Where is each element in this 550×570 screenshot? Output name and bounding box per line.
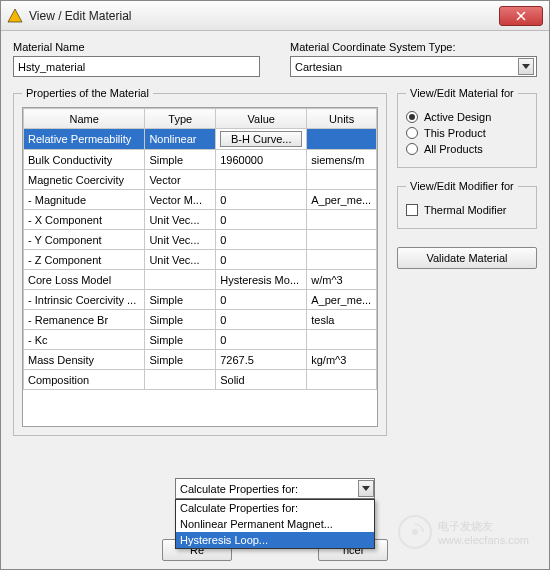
table-row[interactable]: - KcSimple0 (24, 330, 377, 350)
cell-type[interactable]: Simple (145, 330, 216, 350)
close-icon (516, 11, 526, 21)
table-row[interactable]: - Remanence BrSimple0tesla (24, 310, 377, 330)
cell-value[interactable] (216, 170, 307, 190)
cell-value[interactable]: Solid (216, 370, 307, 390)
view-edit-modifier-legend: View/Edit Modifier for (406, 180, 518, 192)
cell-type[interactable]: Simple (145, 350, 216, 370)
radio-label: All Products (424, 143, 483, 155)
cell-name[interactable]: - Magnitude (24, 190, 145, 210)
table-row[interactable]: - Intrinsic Coercivity ...Simple0A_per_m… (24, 290, 377, 310)
table-row[interactable]: - X ComponentUnit Vec...0 (24, 210, 377, 230)
cell-value[interactable]: 0 (216, 210, 307, 230)
table-row[interactable]: Core Loss ModelHysteresis Mo...w/m^3 (24, 270, 377, 290)
cell-type[interactable]: Simple (145, 310, 216, 330)
table-row[interactable]: - Z ComponentUnit Vec...0 (24, 250, 377, 270)
cell-name[interactable]: Composition (24, 370, 145, 390)
bottom-area: Calculate Properties for: Calculate Prop… (1, 478, 549, 561)
material-name-input[interactable] (13, 56, 260, 77)
cell-name[interactable]: - X Component (24, 210, 145, 230)
coord-type-value: Cartesian (295, 61, 342, 73)
table-row[interactable]: - Y ComponentUnit Vec...0 (24, 230, 377, 250)
cell-name[interactable]: - Kc (24, 330, 145, 350)
thermal-modifier-checkbox[interactable] (406, 204, 418, 216)
cell-type[interactable]: Nonlinear (145, 129, 216, 150)
cell-value[interactable]: Hysteresis Mo... (216, 270, 307, 290)
cell-name[interactable]: Bulk Conductivity (24, 150, 145, 170)
cell-units[interactable] (307, 210, 377, 230)
calculate-properties-dropdown[interactable]: Calculate Properties for:Nonlinear Perma… (175, 499, 375, 549)
close-button[interactable] (499, 6, 543, 26)
cell-name[interactable]: - Remanence Br (24, 310, 145, 330)
table-row[interactable]: Relative PermeabilityNonlinearB-H Curve.… (24, 129, 377, 150)
table-row[interactable]: - MagnitudeVector M...0A_per_me... (24, 190, 377, 210)
cell-name[interactable]: Mass Density (24, 350, 145, 370)
radio-active-design[interactable] (406, 111, 418, 123)
cell-name[interactable]: - Y Component (24, 230, 145, 250)
dropdown-option[interactable]: Calculate Properties for: (176, 500, 374, 516)
dialog-window: View / Edit Material Material Name Mater… (0, 0, 550, 570)
col-header-name[interactable]: Name (24, 109, 145, 129)
cell-units[interactable] (307, 129, 377, 150)
app-icon (7, 8, 23, 24)
cell-type[interactable]: Unit Vec... (145, 210, 216, 230)
cell-value[interactable]: 0 (216, 230, 307, 250)
cell-type[interactable] (145, 270, 216, 290)
col-header-value[interactable]: Value (216, 109, 307, 129)
calculate-properties-combo[interactable]: Calculate Properties for: (175, 478, 375, 499)
cell-value[interactable]: 0 (216, 250, 307, 270)
cell-value[interactable]: 0 (216, 330, 307, 350)
cell-value[interactable]: 7267.5 (216, 350, 307, 370)
radio-all-products[interactable] (406, 143, 418, 155)
calculate-properties-label: Calculate Properties for: (180, 483, 298, 495)
svg-marker-0 (8, 9, 22, 22)
cell-value[interactable]: B-H Curve... (216, 129, 307, 150)
radio-label: Active Design (424, 111, 491, 123)
cell-units[interactable]: tesla (307, 310, 377, 330)
cell-type[interactable]: Vector M... (145, 190, 216, 210)
radio-this-product[interactable] (406, 127, 418, 139)
cell-units[interactable]: siemens/m (307, 150, 377, 170)
cell-value[interactable]: 0 (216, 310, 307, 330)
window-title: View / Edit Material (29, 9, 499, 23)
titlebar: View / Edit Material (1, 1, 549, 31)
table-row[interactable]: Mass DensitySimple7267.5kg/m^3 (24, 350, 377, 370)
table-row[interactable]: Bulk ConductivitySimple1960000siemens/m (24, 150, 377, 170)
cell-units[interactable] (307, 330, 377, 350)
chevron-down-icon (358, 480, 374, 497)
cell-units[interactable] (307, 250, 377, 270)
cell-type[interactable]: Vector (145, 170, 216, 190)
cell-units[interactable]: A_per_me... (307, 290, 377, 310)
col-header-units[interactable]: Units (307, 109, 377, 129)
cell-units[interactable]: A_per_me... (307, 190, 377, 210)
cell-type[interactable] (145, 370, 216, 390)
validate-material-button[interactable]: Validate Material (397, 247, 537, 269)
dropdown-option[interactable]: Nonlinear Permanent Magnet... (176, 516, 374, 532)
cell-units[interactable]: kg/m^3 (307, 350, 377, 370)
table-row[interactable]: Magnetic CoercivityVector (24, 170, 377, 190)
view-edit-material-fieldset: View/Edit Material for Active DesignThis… (397, 87, 537, 168)
properties-legend: Properties of the Material (22, 87, 153, 99)
col-header-type[interactable]: Type (145, 109, 216, 129)
cell-name[interactable]: - Intrinsic Coercivity ... (24, 290, 145, 310)
coord-type-label: Material Coordinate System Type: (290, 41, 537, 53)
cell-type[interactable]: Unit Vec... (145, 250, 216, 270)
cell-name[interactable]: Core Loss Model (24, 270, 145, 290)
cell-units[interactable]: w/m^3 (307, 270, 377, 290)
dropdown-option[interactable]: Hysteresis Loop... (176, 532, 374, 548)
cell-value[interactable]: 1960000 (216, 150, 307, 170)
cell-value[interactable]: 0 (216, 190, 307, 210)
cell-name[interactable]: Magnetic Coercivity (24, 170, 145, 190)
coord-type-combo[interactable]: Cartesian (290, 56, 537, 77)
table-row[interactable]: CompositionSolid (24, 370, 377, 390)
cell-type[interactable]: Simple (145, 150, 216, 170)
cell-name[interactable]: - Z Component (24, 250, 145, 270)
cell-type[interactable]: Simple (145, 290, 216, 310)
cell-units[interactable] (307, 370, 377, 390)
cell-value[interactable]: 0 (216, 290, 307, 310)
cell-units[interactable] (307, 170, 377, 190)
cell-name[interactable]: Relative Permeability (24, 129, 145, 150)
bh-curve-button[interactable]: B-H Curve... (220, 131, 302, 147)
cell-type[interactable]: Unit Vec... (145, 230, 216, 250)
thermal-modifier-label: Thermal Modifier (424, 204, 507, 216)
cell-units[interactable] (307, 230, 377, 250)
